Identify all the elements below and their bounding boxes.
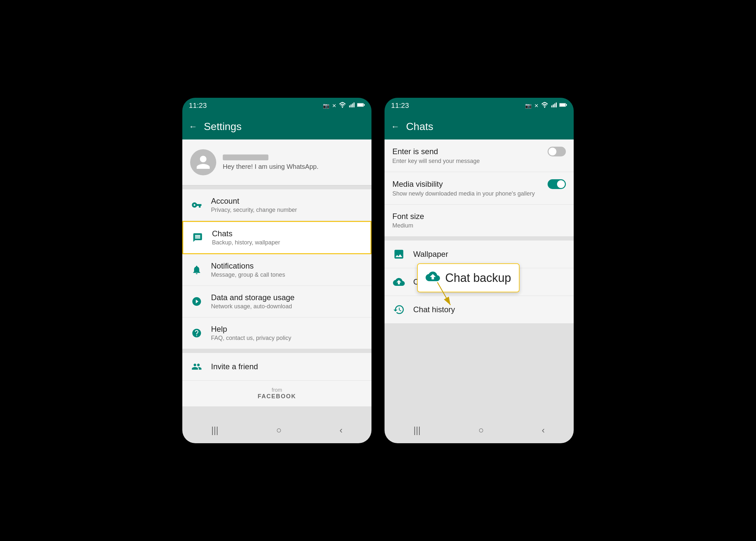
- setting-font-size[interactable]: Font size Medium: [385, 205, 574, 237]
- right-back-button[interactable]: ←: [391, 122, 400, 132]
- left-time: 11:23: [189, 101, 207, 110]
- right-header: ← Chats: [385, 113, 574, 140]
- left-title: Settings: [204, 121, 242, 133]
- menu-item-chats[interactable]: Chats Backup, history, wallpaper: [182, 221, 371, 254]
- wifi-icon: [339, 102, 346, 109]
- facebook-brand: FACEBOOK: [189, 393, 365, 400]
- avatar: [190, 149, 216, 175]
- menu-item-invite[interactable]: Invite a friend: [182, 353, 371, 381]
- menu-item-data[interactable]: Data and storage usage Network usage, au…: [182, 286, 371, 317]
- fb-footer: from FACEBOOK: [182, 381, 371, 406]
- from-label: from: [189, 387, 365, 393]
- svg-rect-1: [349, 106, 350, 108]
- svg-rect-15: [566, 104, 567, 106]
- history-icon: [392, 303, 405, 316]
- left-bottom-bar: ||| ○ ‹: [182, 417, 371, 443]
- invite-text: Invite a friend: [211, 362, 258, 371]
- chat-icon: [191, 231, 204, 244]
- enter-send-title: Enter is send: [392, 147, 438, 156]
- account-sublabel: Privacy, security, change number: [211, 207, 297, 214]
- svg-rect-7: [364, 104, 365, 106]
- svg-rect-9: [552, 106, 552, 108]
- right-battery-icon: [559, 103, 567, 109]
- toggle-knob: [549, 148, 556, 156]
- key-icon: [190, 199, 203, 212]
- svg-rect-6: [357, 104, 363, 106]
- profile-section[interactable]: Hey there! I am using WhatsApp.: [182, 140, 371, 186]
- nav-menu-icon[interactable]: |||: [211, 425, 219, 435]
- people-icon: [190, 360, 203, 373]
- menu-item-account[interactable]: Account Privacy, security, change number: [182, 189, 371, 221]
- right-divider: [385, 237, 574, 241]
- help-icon: [190, 326, 203, 339]
- left-phone: 11:23 📷 ✕: [182, 98, 371, 443]
- notification-icon: ✕: [332, 103, 336, 109]
- right-nav-home-icon[interactable]: ○: [478, 425, 484, 435]
- menu-item-help[interactable]: Help FAQ, contact us, privacy policy: [182, 317, 371, 349]
- battery-icon: [357, 103, 365, 109]
- bell-icon: [190, 263, 203, 276]
- right-nav-back-icon[interactable]: ‹: [542, 425, 545, 435]
- notifications-text: Notifications Message, group & call tone…: [211, 262, 285, 278]
- help-sublabel: FAQ, contact us, privacy policy: [211, 335, 291, 341]
- invite-label: Invite a friend: [211, 362, 258, 371]
- divider-2: [182, 349, 371, 353]
- camera-icon: 📷: [323, 103, 329, 109]
- font-size-desc: Medium: [392, 222, 566, 229]
- left-content: Hey there! I am using WhatsApp. Account …: [182, 140, 371, 417]
- chats-label: Chats: [212, 229, 280, 238]
- setting-media-visibility[interactable]: Media visibility Show newly downloaded m…: [385, 172, 574, 205]
- profile-name-blur: [223, 155, 268, 160]
- media-visibility-toggle[interactable]: [548, 179, 566, 189]
- nav-home-icon[interactable]: ○: [276, 425, 282, 435]
- menu-item-notifications[interactable]: Notifications Message, group & call tone…: [182, 254, 371, 286]
- svg-line-16: [437, 282, 450, 305]
- data-text: Data and storage usage Network usage, au…: [211, 293, 295, 310]
- divider-1: [182, 186, 371, 189]
- nav-back-icon[interactable]: ‹: [340, 425, 342, 435]
- data-icon: [190, 295, 203, 308]
- profile-status: Hey there! I am using WhatsApp.: [223, 163, 318, 171]
- left-back-button[interactable]: ←: [189, 122, 197, 132]
- svg-point-8: [544, 107, 545, 108]
- account-label: Account: [211, 197, 297, 206]
- left-header: ← Settings: [182, 113, 371, 140]
- notifications-label: Notifications: [211, 262, 285, 270]
- font-size-title: Font size: [392, 212, 566, 221]
- tooltip-box: Chat backup: [417, 263, 520, 292]
- menu-item-chat-history[interactable]: Chat history: [385, 296, 574, 323]
- right-camera-icon: 📷: [525, 103, 532, 109]
- media-toggle-knob: [557, 180, 565, 188]
- right-bottom-bar: ||| ○ ‹: [385, 417, 574, 443]
- signal-icon: [349, 102, 355, 109]
- media-visibility-title: Media visibility: [392, 180, 443, 189]
- right-wifi-icon: [541, 102, 548, 109]
- right-status-bar: 11:23 📷 ✕: [385, 98, 574, 113]
- tooltip-arrow: [434, 282, 467, 308]
- chats-sublabel: Backup, history, wallpaper: [212, 239, 280, 246]
- right-content: Enter is send Enter key will send your m…: [385, 140, 574, 417]
- data-label: Data and storage usage: [211, 293, 295, 302]
- chat-backup-tooltip: Chat backup: [417, 263, 520, 292]
- enter-send-toggle[interactable]: [548, 147, 566, 157]
- help-text: Help FAQ, contact us, privacy policy: [211, 324, 291, 341]
- svg-rect-3: [352, 104, 353, 108]
- setting-enter-send[interactable]: Enter is send Enter key will send your m…: [385, 140, 574, 172]
- right-title: Chats: [406, 121, 433, 133]
- data-sublabel: Network usage, auto-download: [211, 303, 295, 310]
- enter-send-desc: Enter key will send your message: [392, 158, 566, 165]
- left-status-icons: 📷 ✕: [323, 102, 365, 109]
- right-status-icons: 📷 ✕: [525, 102, 567, 109]
- right-signal-icon: [551, 102, 557, 109]
- image-icon: [392, 248, 405, 261]
- account-text: Account Privacy, security, change number: [211, 197, 297, 214]
- svg-rect-4: [354, 103, 355, 108]
- right-nav-menu-icon[interactable]: |||: [414, 425, 421, 435]
- right-notification-icon: ✕: [534, 103, 538, 109]
- svg-rect-10: [553, 105, 554, 108]
- svg-rect-12: [556, 103, 557, 108]
- right-phone: 11:23 📷 ✕: [385, 98, 574, 443]
- svg-rect-14: [560, 104, 566, 106]
- profile-info: Hey there! I am using WhatsApp.: [223, 155, 318, 171]
- notifications-sublabel: Message, group & call tones: [211, 271, 285, 278]
